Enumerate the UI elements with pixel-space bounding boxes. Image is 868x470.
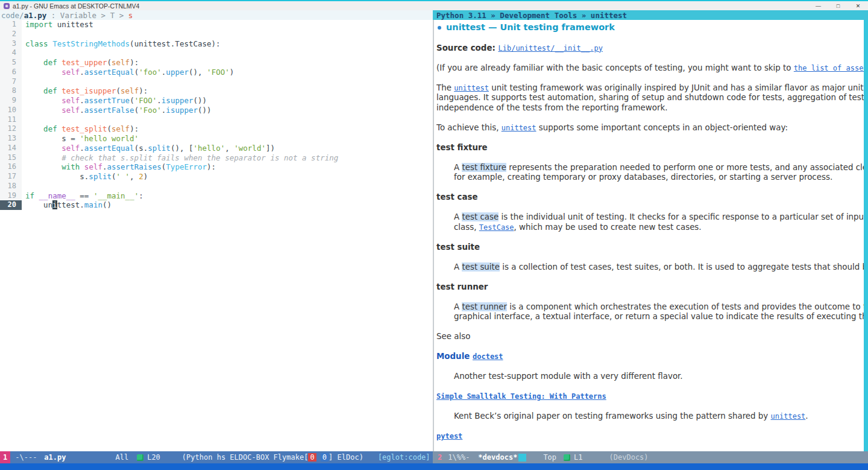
major-mode[interactable]: (DevDocs) [609,453,649,462]
code-line: 2 [0,30,433,39]
close-button[interactable]: ✕ [848,1,868,10]
doc-gap [436,203,868,213]
code-token: s = [25,134,80,143]
minimize-button[interactable]: — [808,1,828,10]
code-line: 16 with self.assertRaises(TypeError): [0,162,433,172]
doc-link[interactable]: pytest [436,432,462,440]
code-lines: 1import unittest23class TestStringMethod… [0,20,433,210]
line-number: 19 [0,191,22,201]
minor-modes[interactable]: (Python hs ELDOC-BOX Flymake[0 0] ElDoc) [182,453,363,462]
doc-text: graphical interface, a textual interface… [454,312,868,321]
doc-text: is a collection of test cases, test suit… [500,262,868,272]
code-line: 8 def test_isupper(self): [0,86,433,96]
code-token: ]) [266,144,275,153]
doc-text: unittest — Unit testing framework [446,22,615,33]
breadcrumb-separator: > [115,11,128,20]
doc-line: test fixture [436,143,868,153]
modeline-cyan-indicator [518,454,526,462]
line-number: 17 [0,172,22,182]
code-line: 19if __name__ == '__main__': [0,191,433,201]
devdocs-breadcrumb: Python 3.11 » Development Tools » unitte… [433,10,868,20]
title-bar: e a1.py - GNU Emacs at DESKTOP-CTNLMV4 —… [0,0,868,10]
code-line: 17 s.split(' ', 2) [0,172,433,182]
line-number: 13 [0,134,22,144]
code-line: 15 # check that s.split fails when the s… [0,153,433,163]
doc-line: class, TestCase, which may be used to cr… [436,223,868,233]
flymake-error-count[interactable]: 0 [308,453,316,462]
doc-text: . [805,411,808,421]
doc-line: A test fixture represents the preparatio… [436,163,868,173]
doc-line: See also [436,332,868,342]
doc-link[interactable]: Lib/unittest/__init__.py [498,44,602,52]
line-number: 9 [0,96,22,106]
doc-gap [436,382,868,392]
doc-gap [436,342,868,352]
code-token: un [25,200,52,209]
code-line: 12 def test_split(self): [0,124,433,134]
code-text: if __name__ == '__main__': [22,191,143,201]
code-token: . [80,96,84,105]
doc-link[interactable]: Simple Smalltalk Testing: With Patterns [436,392,606,401]
devdocs-window[interactable]: unittest — Unit testing frameworkSource … [434,20,868,451]
breadcrumb-symbol[interactable]: s [128,11,133,20]
scroll-position: All [115,453,128,462]
doc-link[interactable]: doctest [473,352,503,361]
breadcrumb-parent[interactable]: T [110,11,115,20]
maximize-button[interactable]: □ [828,1,848,10]
scroll-position: Top [543,453,556,462]
code-token: '__main__' [93,191,139,200]
doc-line: for example, creating temporary or proxy… [436,173,868,183]
doc-text: Module [436,352,473,361]
devdocs-breadcrumb-text[interactable]: Python 3.11 » Development Tools » unitte… [436,11,627,20]
code-window[interactable]: 1import unittest23class TestStringMethod… [0,20,433,451]
doc-text: is a component which orchestrates the ex… [507,302,868,311]
breadcrumb-type[interactable]: Variable [60,11,96,20]
eglot-indicator[interactable]: [eglot:code] [378,453,430,462]
doc-text: unit testing framework was originally in… [489,83,868,92]
code-text [22,182,25,191]
code-token: 'FOO' [207,68,230,77]
flymake-warning-count[interactable]: 0 [321,453,329,462]
doc-link[interactable]: unittest [771,412,806,421]
code-token: self [112,124,130,133]
doc-text: A [454,262,462,272]
code-text: self.assertEqual(s.split(), ['hello', 'w… [22,144,275,153]
doc-gap [436,183,868,193]
line-indicator: L20 [147,453,160,462]
doc-link[interactable]: unittest [502,124,536,132]
code-token [80,162,84,171]
doc-line: Source code: Lib/unittest/__init__.py [436,43,868,54]
buffer-name[interactable]: *devdocs* [478,453,517,462]
window-controls: — □ ✕ [808,1,868,10]
code-text [22,30,25,39]
code-line: 10 self.assertFalse('Foo'.isupper()) [0,106,433,115]
line-number: 16 [0,162,22,172]
doc-text: A [454,163,462,172]
doc-link[interactable]: TestCase [479,223,514,232]
doc-bullet-icon [438,26,441,30]
doc-gap [436,252,868,262]
code-token: . [157,96,162,105]
current-line-number: 20 [0,200,22,210]
code-token: . [102,162,107,171]
doc-gap [436,232,868,243]
line-number: 3 [0,39,22,49]
doc-link[interactable]: unittest [454,84,489,92]
code-token: (), [189,68,207,77]
code-text: def test_split(self): [22,124,139,134]
code-token: ): [130,124,139,133]
doc-link[interactable]: the list of assert m [794,64,868,72]
code-token: ( [112,172,116,181]
buffer-status-flags: -\--- [15,453,37,462]
line-number: 18 [0,182,22,191]
line-number: 12 [0,124,22,134]
code-token: isupper [162,96,193,105]
scrollbar[interactable] [864,20,868,451]
doc-text: , which may be used to create new test c… [514,223,702,232]
line-number: 14 [0,144,22,153]
echo-area[interactable] [0,463,868,470]
buffer-name[interactable]: a1.py [44,453,66,462]
window-number-badge: 1 [0,451,10,463]
code-token [25,86,43,95]
breadcrumb-file[interactable]: a1.py [24,11,47,20]
